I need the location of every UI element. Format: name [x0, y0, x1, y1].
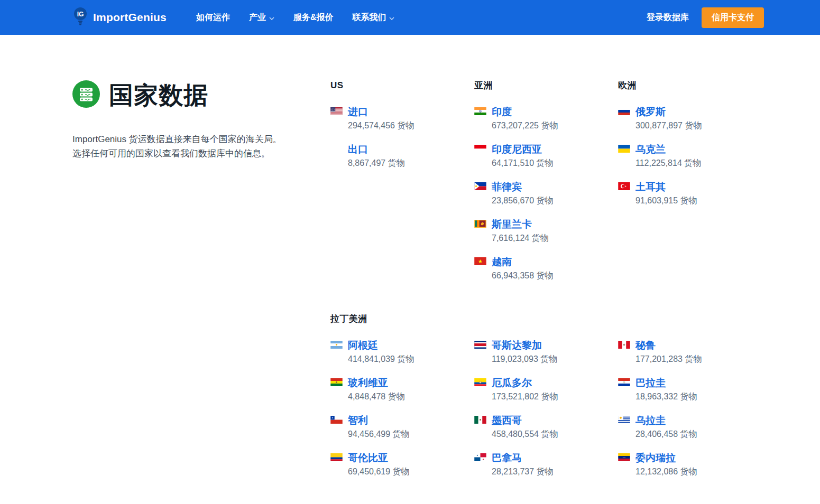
link-sri-philippines[interactable]: 菲律宾 — [492, 180, 522, 193]
main-nav: 如何运作 产业 服务&报价 联系我们 — [196, 12, 395, 23]
region-title-asia: 亚洲 — [474, 80, 618, 91]
shipment-count: 69,450,619 货物 — [348, 466, 410, 478]
region-title-us: US — [330, 80, 474, 91]
link-india[interactable]: 印度 — [492, 105, 512, 118]
country-item-india: 印度 673,207,225 货物 — [474, 105, 618, 132]
link-russia[interactable]: 俄罗斯 — [635, 105, 666, 118]
shipment-count: 119,023,093 货物 — [492, 353, 557, 365]
nav-industries[interactable]: 产业 — [249, 12, 274, 23]
latam-column-3: 秘鲁 177,201,283 货物 巴拉圭 18,963,332 货物 — [618, 339, 762, 489]
shipment-count: 673,207,225 货物 — [492, 120, 558, 132]
database-stack-icon — [72, 80, 100, 110]
nav-how-it-works[interactable]: 如何运作 — [196, 12, 230, 23]
shipment-count: 91,603,915 货物 — [635, 195, 697, 207]
flag-colombia-icon — [330, 451, 343, 478]
flag-philippines-icon — [474, 180, 486, 207]
shipment-count: 28,406,458 货物 — [635, 428, 697, 440]
shipment-count: 94,456,499 货物 — [348, 428, 410, 440]
shipment-count: 23,856,670 货物 — [492, 195, 554, 207]
brand-name: ImportGenius — [93, 11, 167, 24]
flag-costa-rica-icon — [474, 339, 486, 365]
flag-bolivia-icon — [330, 376, 343, 403]
shipment-count: 458,480,554 货物 — [492, 428, 558, 440]
link-imports[interactable]: 进口 — [348, 105, 368, 118]
country-item-peru: 秘鲁 177,201,283 货物 — [618, 339, 762, 365]
country-item-philippines: 菲律宾 23,856,670 货物 — [474, 180, 618, 207]
flag-ukraine-icon — [618, 143, 630, 169]
brand-logo[interactable]: IG ImportGenius — [72, 7, 167, 28]
country-data-page: 国家数据 ImportGenius 货运数据直接来自每个国家的海关局。选择任何可… — [0, 35, 820, 489]
flag-russia-icon — [618, 105, 630, 132]
link-uruguay[interactable]: 乌拉圭 — [635, 414, 666, 427]
shipment-count: 294,574,456 货物 — [348, 120, 414, 132]
flag-paraguay-icon — [618, 376, 630, 403]
shipment-count: 8,867,497 货物 — [348, 157, 405, 169]
country-item-mexico: 墨西哥 458,480,554 货物 — [474, 414, 618, 440]
page-title: 国家数据 — [109, 81, 208, 109]
country-item-vietnam: 越南 66,943,358 货物 — [474, 255, 618, 282]
link-venezuela[interactable]: 委内瑞拉 — [635, 451, 676, 464]
link-ukraine[interactable]: 乌克兰 — [635, 143, 666, 156]
region-title-latin-america: 拉丁美洲 — [330, 314, 762, 324]
country-item-argentina: 阿根廷 414,841,039 货物 — [330, 339, 474, 365]
region-europe: 欧洲 俄罗斯 300,877,897 货物 乌克兰 112,225,814 货物 — [618, 80, 762, 218]
link-indonesia[interactable]: 印度尼西亚 — [492, 143, 542, 156]
chevron-down-icon — [389, 13, 394, 22]
link-sri-lanka[interactable]: 斯里兰卡 — [492, 218, 532, 231]
country-item-us-imports: 进口 294,574,456 货物 — [330, 105, 474, 132]
intro-panel: 国家数据 ImportGenius 货运数据直接来自每个国家的海关局。选择任何可… — [72, 80, 330, 161]
latam-column-2: 哥斯达黎加 119,023,093 货物 厄瓜多尔 173,521,802 货物 — [474, 339, 618, 489]
flag-ecuador-icon — [474, 376, 486, 403]
country-item-turkey: 土耳其 91,603,915 货物 — [618, 180, 762, 207]
region-asia: 亚洲 印度 673,207,225 货物 印度尼西亚 64,171,510 货物 — [474, 80, 618, 293]
country-item-costa-rica: 哥斯达黎加 119,023,093 货物 — [474, 339, 618, 365]
country-item-venezuela: 委内瑞拉 12,132,086 货物 — [618, 451, 762, 478]
login-database-link[interactable]: 登录数据库 — [647, 12, 689, 23]
link-argentina[interactable]: 阿根廷 — [348, 339, 378, 352]
link-ecuador[interactable]: 厄瓜多尔 — [492, 376, 532, 389]
flag-chile-icon — [330, 414, 343, 440]
flag-peru-icon — [618, 339, 630, 365]
link-chile[interactable]: 智利 — [348, 414, 368, 427]
link-paraguay[interactable]: 巴拉圭 — [635, 376, 666, 389]
flag-venezuela-icon — [618, 451, 630, 478]
shipment-count: 64,171,510 货物 — [492, 157, 554, 169]
shipment-count: 7,616,124 货物 — [492, 232, 549, 244]
flag-indonesia-icon — [474, 143, 486, 169]
nav-contact-us[interactable]: 联系我们 — [352, 12, 394, 23]
shipment-count: 12,132,086 货物 — [635, 466, 697, 478]
region-us: US 进口 294,574,456 货物 出口 8,867,497 货物 — [330, 80, 474, 180]
country-item-sri-lanka: 斯里兰卡 7,616,124 货物 — [474, 218, 618, 244]
country-item-russia: 俄罗斯 300,877,897 货物 — [618, 105, 762, 132]
flag-vietnam-icon — [474, 255, 486, 282]
link-vietnam[interactable]: 越南 — [492, 255, 512, 268]
link-bolivia[interactable]: 玻利维亚 — [348, 376, 388, 389]
svg-text:IG: IG — [77, 11, 84, 18]
flag-sri-lanka-icon — [474, 218, 486, 244]
link-costa-rica[interactable]: 哥斯达黎加 — [492, 339, 542, 352]
shipment-count: 18,963,332 货物 — [635, 391, 697, 403]
country-item-indonesia: 印度尼西亚 64,171,510 货物 — [474, 143, 618, 169]
shipment-count: 66,943,358 货物 — [492, 270, 554, 282]
shipment-count: 300,877,897 货物 — [635, 120, 702, 132]
link-turkey[interactable]: 土耳其 — [635, 180, 666, 193]
link-panama[interactable]: 巴拿马 — [492, 451, 522, 464]
latam-column-1: 阿根廷 414,841,039 货物 玻利维亚 4,848,478 货物 — [330, 339, 474, 489]
link-exports[interactable]: 出口 — [348, 143, 368, 156]
top-navigation-bar: IG ImportGenius 如何运作 产业 服务&报价 联系我们 登录数据库… — [0, 0, 820, 35]
shipment-count: 414,841,039 货物 — [348, 353, 414, 365]
link-colombia[interactable]: 哥伦比亚 — [348, 451, 388, 464]
country-item-paraguay: 巴拉圭 18,963,332 货物 — [618, 376, 762, 403]
credit-card-pay-button[interactable]: 信用卡支付 — [702, 7, 764, 28]
region-title-europe: 欧洲 — [618, 80, 762, 91]
nav-services-pricing[interactable]: 服务&报价 — [293, 12, 334, 23]
shipment-count: 4,848,478 货物 — [348, 391, 405, 403]
link-peru[interactable]: 秘鲁 — [635, 339, 656, 352]
lightbulb-logo-icon: IG — [72, 7, 88, 28]
link-mexico[interactable]: 墨西哥 — [492, 414, 522, 427]
flag-panama-icon — [474, 451, 486, 478]
country-item-ecuador: 厄瓜多尔 173,521,802 货物 — [474, 376, 618, 403]
country-item-panama: 巴拿马 28,213,737 货物 — [474, 451, 618, 478]
country-item-uruguay: 乌拉圭 28,406,458 货物 — [618, 414, 762, 440]
country-item-colombia: 哥伦比亚 69,450,619 货物 — [330, 451, 474, 478]
